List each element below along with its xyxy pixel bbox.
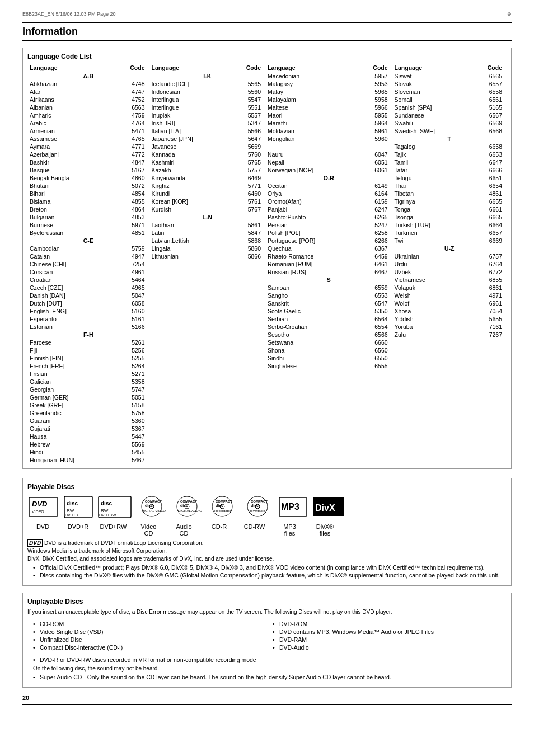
unplayable-unfinalized: Unfinalized Disc [33, 636, 267, 643]
cdrw-icon-box: COMPACT disc ReWritable [242, 495, 273, 519]
table-row: German [GER]5051 [27, 393, 507, 401]
unplayable-extra-list: DVD-R or DVD-RW discs recorded in VR for… [33, 656, 507, 663]
table-row: Faroese5261Setswana6660 [27, 339, 507, 346]
dvdplusrw-label: DVD+RW [98, 523, 129, 530]
videocd-icon-box: COMPACT disc DIGITAL VIDEO [136, 495, 167, 519]
unplayable-dvdram: DVD-RAM [273, 636, 507, 643]
table-row: Assamese4765Japanese [JPN]5647Mongolian5… [27, 135, 507, 143]
cdrw-svg: COMPACT disc ReWritable [243, 495, 272, 519]
svg-text:disc: disc [216, 504, 223, 508]
unplayable-sacd-list: Super Audio CD - Only the sound on the C… [33, 674, 507, 680]
cdr-icon-box: COMPACT disc Recordable [207, 495, 237, 519]
table-row: Bhutani5072Kirghiz5771Occitan6149Thai665… [27, 182, 507, 190]
playable-discs-section: Playable Discs DVD VIDEO disc RW DVD+R d… [22, 478, 512, 586]
mp3-label: MP3files [274, 523, 305, 537]
table-row: Guarani5360 [27, 417, 507, 425]
dvdplusr-label: DVD+R [63, 523, 93, 530]
divx-icon-box: DivX [312, 495, 345, 519]
dvdplusrw-icon-box: disc RW DVD+RW [98, 495, 132, 519]
unplayable-cdi: Compact Disc-Interactive (CD-i) [33, 644, 267, 651]
table-row: Abkhazian4748Icelandic [ICE]5565Malagasy… [27, 80, 507, 88]
svg-text:COMPACT: COMPACT [251, 500, 268, 503]
table-row: Bashkir4847Kashmiri5765Nepali6051Tamil66… [27, 158, 507, 166]
table-row: Hausa5447 [27, 433, 507, 440]
language-table: Language Code Language Code Language Cod… [27, 64, 507, 464]
svg-text:disc: disc [145, 504, 153, 508]
svg-text:RW: RW [101, 508, 109, 513]
svg-text:disc: disc [67, 500, 78, 506]
table-row: Chinese [CHI]7254Romanian [RUM]6461Urdu6… [27, 260, 507, 268]
table-row: Fiji5256Shona6560 [27, 346, 507, 354]
table-row: Georgian5747 [27, 386, 507, 393]
col-header-lang1: Language [27, 64, 113, 72]
unplayable-discs-title: Unplayable Discs [27, 598, 507, 605]
language-table-title: Language Code List [27, 53, 507, 60]
unplayable-right-list: DVD-ROM DVD contains MP3, Windows Media™… [273, 621, 507, 652]
videocd-svg: COMPACT disc DIGITAL VIDEO [137, 495, 166, 519]
bullet-divx-gmc: Discs containing the DivX® files with th… [33, 572, 507, 579]
col-header-lang3: Language [265, 64, 355, 72]
disc-icons-row: DVD VIDEO disc RW DVD+R disc RW DVD+RW [27, 495, 507, 519]
unplayable-intro: If you insert an unacceptable type of di… [27, 609, 507, 615]
unplayable-left-list: CD-ROM Video Single Disc (VSD) Unfinaliz… [33, 621, 267, 652]
trademark-divx: DivX, DivX Certified, and associated log… [27, 556, 507, 562]
unplayable-discs-section: Unplayable Discs If you insert an unacce… [22, 593, 512, 688]
svg-text:DIGITAL AUDIO: DIGITAL AUDIO [178, 509, 202, 513]
videocd-label: VideoCD [133, 523, 164, 537]
trademark-dvd: DVD DVD is a trademark of DVD Format/Log… [27, 540, 507, 546]
table-row: Hindi5455 [27, 448, 507, 456]
page-header: E8B23AD_EN 5/16/06 12:03 PM Page 20 ⊕ [22, 11, 512, 17]
audiocd-icon-box: COMPACT disc DIGITAL AUDIO [171, 495, 202, 519]
divx-svg: DivX [312, 495, 345, 519]
svg-text:MP3: MP3 [281, 502, 299, 511]
table-row: Esperanto5161Serbian6564Yiddish5655 [27, 315, 507, 323]
svg-text:disc: disc [101, 500, 112, 506]
svg-text:DVD: DVD [32, 500, 48, 508]
audiocd-label: AudioCD [168, 523, 199, 537]
table-row: Czech [CZE]4965Samoan6559Volapuk6861 [27, 284, 507, 292]
svg-text:COMPACT: COMPACT [216, 500, 232, 503]
svg-text:COMPACT: COMPACT [180, 500, 197, 503]
col-header-code2: Code [228, 64, 265, 72]
cdrw-label: CD-RW [239, 523, 270, 530]
svg-text:disc: disc [251, 504, 259, 508]
table-row: Arabic4764Irish [IRI]5347Marathi5964Swah… [27, 119, 507, 127]
unplayable-sacd: Super Audio CD - Only the sound on the C… [33, 674, 507, 680]
header-crosshair: ⊕ [507, 11, 512, 17]
cdr-label: CD-R [204, 523, 235, 530]
header-text: E8B23AD_EN 5/16/06 12:03 PM Page 20 [22, 11, 116, 17]
disc-labels-row: DVD DVD+R DVD+RW VideoCD AudioCD CD-R CD… [27, 523, 507, 537]
table-row: Bulgarian4853L-NPashto;Pushto6265Tsonga6… [27, 213, 507, 221]
table-row: Bislama4855Korean [KOR]5761Oromo(Afan)61… [27, 198, 507, 205]
col-header-code1: Code [113, 64, 149, 72]
table-row: Afrikaans4752Interlingua5547Malayalam595… [27, 96, 507, 104]
mp3-svg: MP3 [278, 495, 307, 519]
col-header-code4: Code [470, 64, 507, 72]
table-row: C-ELatvian;Lettish5868Portuguese [POR]62… [27, 237, 507, 245]
table-row: Estonian5166Serbo-Croatian6554Yoruba7161 [27, 323, 507, 331]
table-row: Danish [DAN]5047Sangho6553Welsh4971 [27, 292, 507, 299]
table-row: Amharic4759Inupiak5557Maori5955Sundanese… [27, 111, 507, 119]
table-row: Greek [GRE]5158 [27, 401, 507, 409]
table-row: Bihari4854Kirundi6460Oriya6164Tibetan486… [27, 190, 507, 198]
unplayable-dvdrom: DVD-ROM [273, 621, 507, 627]
table-row: Finnish [FIN]5255Sindhi6550 [27, 354, 507, 362]
table-row: Byelorussian4851Latin5847Polish [POL]625… [27, 229, 507, 237]
dvdplusr-icon-box: disc RW DVD+R [63, 495, 93, 519]
table-row: French [FRE]5264Singhalese6555 [27, 362, 507, 370]
unplayable-dvdaudio: DVD-Audio [273, 644, 507, 651]
table-row: Frisian5271 [27, 370, 507, 378]
table-row: F-HSesotho6566Zulu7267 [27, 331, 507, 339]
col-header-lang2: Language [149, 64, 229, 72]
table-row: Dutch [DUT]6058Sanskrit6547Wolof6961 [27, 299, 507, 307]
audiocd-svg: COMPACT disc DIGITAL AUDIO [172, 495, 202, 519]
unplayable-lists: CD-ROM Video Single Disc (VSD) Unfinaliz… [27, 618, 507, 654]
table-row: Breton4864Kurdish5767Panjabi6247Tonga666… [27, 205, 507, 213]
cdr-svg: COMPACT disc Recordable [208, 495, 237, 519]
dvdplusr-svg: disc RW DVD+R [64, 495, 93, 519]
table-row: Bengali;Bangla4860Kinyarwanda6469O-RTelu… [27, 174, 507, 182]
svg-text:DVD+RW: DVD+RW [99, 513, 116, 517]
unplayable-vsd: Video Single Disc (VSD) [33, 628, 267, 635]
divx-label: DivX®files [310, 523, 340, 537]
dvd-logo-svg: DVD VIDEO [29, 495, 58, 519]
